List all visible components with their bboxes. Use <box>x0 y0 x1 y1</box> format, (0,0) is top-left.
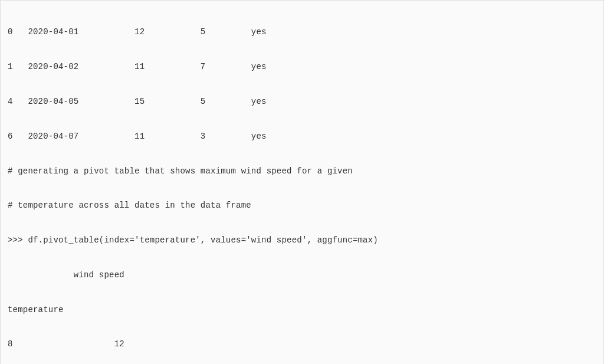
pivot-row: 8 12 <box>8 336 596 353</box>
comment-line: # generating a pivot table that shows ma… <box>8 163 596 180</box>
output-header: wind speed <box>8 267 596 284</box>
data-row: 0 2020-04-01 12 5 yes <box>8 24 596 41</box>
code-output-block: 0 2020-04-01 12 5 yes 1 2020-04-02 11 7 … <box>8 6 596 364</box>
data-row: 6 2020-04-07 11 3 yes <box>8 128 596 145</box>
comment-line: # temperature across all dates in the da… <box>8 197 596 214</box>
output-index-label: temperature <box>8 301 596 319</box>
data-row: 4 2020-04-05 15 5 yes <box>8 93 596 110</box>
command-line: >>> df.pivot_table(index='temperature', … <box>8 232 596 249</box>
data-row: 1 2020-04-02 11 7 yes <box>8 58 596 76</box>
